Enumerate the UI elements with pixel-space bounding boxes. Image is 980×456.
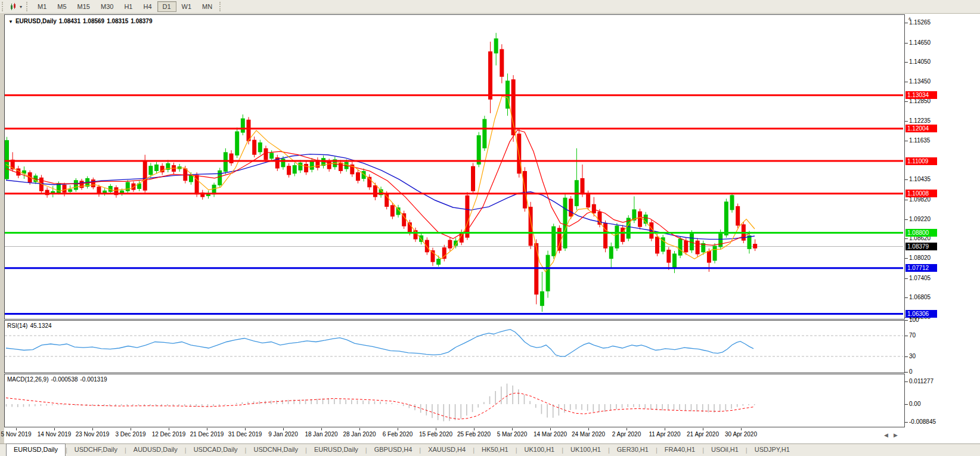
price-tick-label: 1.08020: [909, 255, 931, 261]
price-tick-label: 1.12235: [909, 117, 931, 124]
date-label: 25 Feb 2020: [457, 431, 491, 438]
date-tick: [398, 428, 398, 430]
axis-tick: [905, 297, 908, 298]
tab-ger30-h1[interactable]: GER30,H1: [610, 444, 656, 456]
price-low: 1.08315: [107, 18, 128, 24]
symbol-marker-icon[interactable]: ▼: [8, 19, 13, 24]
axis-tick: [905, 356, 908, 357]
price-tick-label: 1.09220: [909, 216, 931, 222]
date-tick: [131, 428, 131, 430]
date-label: 24 Mar 2020: [572, 431, 605, 438]
date-tick: [283, 428, 284, 430]
tab-fra40-h1[interactable]: FRA40,H1: [658, 444, 702, 456]
price-tick-label: 1.11635: [909, 137, 930, 144]
date-tick: [359, 428, 360, 430]
axis-tick: [905, 23, 908, 23]
date-axis[interactable]: 5 Nov 201914 Nov 201923 Nov 20193 Dec 20…: [4, 428, 904, 443]
axis-tick: [905, 372, 908, 373]
date-tick: [474, 428, 475, 430]
scroll-left-button[interactable]: ◀: [884, 432, 888, 438]
date-tick: [665, 428, 665, 430]
axis-tick: [905, 43, 908, 44]
axis-tick: [905, 238, 908, 239]
date-tick: [54, 428, 55, 430]
tab-usoil-h1[interactable]: USOil,H1: [704, 444, 746, 456]
tab-eurusd-daily[interactable]: EURUSD,Daily: [307, 444, 365, 456]
axis-tick: [905, 404, 908, 405]
tab-gbpusd-h4[interactable]: GBPUSD,H4: [367, 444, 420, 456]
timeframe-button-w1[interactable]: W1: [176, 1, 197, 12]
date-label: 5 Nov 2019: [1, 431, 31, 438]
chart-type-button[interactable]: ▾: [8, 1, 24, 12]
date-tick: [512, 428, 513, 430]
date-tick: [92, 428, 93, 430]
date-label: 6 Feb 2020: [383, 431, 413, 438]
symbol-tabs: EURUSD,Daily|USDCHF,Daily|AUDUSD,Daily|U…: [0, 443, 980, 456]
price-high: 1.08569: [83, 18, 104, 24]
timeframe-button-m15[interactable]: M15: [72, 1, 95, 12]
date-label: 3 Dec 2019: [115, 431, 145, 438]
tab-uk100-h1[interactable]: UK100,H1: [563, 444, 608, 456]
date-tick: [588, 428, 589, 430]
price-level-label: 1.13034: [905, 91, 937, 99]
date-label: 30 Apr 2020: [725, 431, 757, 438]
tab-usdchf-daily[interactable]: USDCHF,Daily: [67, 444, 125, 456]
scroll-up-marker-icon: ▲: [907, 15, 912, 21]
timeframe-button-h4[interactable]: H4: [138, 1, 157, 12]
price-level-label: 1.08800: [905, 229, 937, 237]
date-label: 28 Jan 2020: [343, 431, 376, 438]
price-level-label: 1.07712: [905, 264, 937, 272]
date-label: 31 Dec 2019: [228, 431, 262, 438]
price-tick-label: 1.13450: [909, 78, 931, 85]
chart-symbol: EURUSD,Daily: [15, 18, 57, 24]
window-left-edge: [0, 13, 4, 443]
timeframe-button-m5[interactable]: M5: [52, 1, 72, 12]
price-tick-label: 0.011277: [909, 378, 934, 384]
date-label: 14 Mar 2020: [534, 431, 567, 438]
rsi-label: RSI(14)45.1324: [7, 322, 54, 329]
axis-tick: [905, 179, 908, 180]
axis-tick: [905, 219, 908, 220]
tab-uk100-h1[interactable]: UK100,H1: [517, 444, 562, 456]
date-label: 12 Dec 2019: [152, 431, 186, 438]
tab-usdcad-daily[interactable]: USDCAD,Daily: [187, 444, 245, 456]
axis-tick: [905, 62, 908, 63]
price-axis[interactable]: 1.152651.146501.140501.134501.128501.122…: [905, 14, 980, 427]
date-tick: [245, 428, 246, 430]
price-tick-label: 30: [909, 353, 916, 359]
axis-tick: [905, 82, 908, 82]
tab-usdjpy-h1[interactable]: USDJPY,H1: [748, 444, 797, 456]
axis-tick: [905, 381, 908, 382]
price-tick-label: 0.00: [909, 401, 920, 407]
main-chart-panel[interactable]: ▼EURUSD,Daily1.084311.085691.083151.0837…: [4, 14, 905, 319]
axis-tick: [905, 141, 908, 141]
tab-xauusd-h4[interactable]: XAUUSD,H4: [421, 444, 473, 456]
tab-eurusd-daily[interactable]: EURUSD,Daily: [6, 443, 66, 456]
timeframe-button-mn[interactable]: MN: [197, 1, 218, 12]
timeframe-button-h1[interactable]: H1: [119, 1, 138, 12]
chart-title: ▼EURUSD,Daily1.084311.085691.083151.0837…: [8, 18, 154, 24]
timeframe-button-m1[interactable]: M1: [32, 1, 52, 12]
price-tick-label: 1.14050: [909, 58, 931, 65]
date-label: 2 Apr 2020: [612, 431, 641, 438]
candlestick-chart-icon: [10, 3, 18, 11]
mt4-window: ▾ M1M5M15M30H1H4D1W1MN ▼EURUSD,Daily1.08…: [0, 0, 980, 456]
timeframe-button-m30[interactable]: M30: [95, 1, 119, 12]
price-tick-label: 1.14650: [909, 39, 931, 46]
date-tick: [550, 428, 551, 430]
price-tick-label: 0: [909, 368, 913, 375]
price-tick-label: 1.10435: [909, 176, 931, 182]
tab-audusd-daily[interactable]: AUDUSD,Daily: [126, 444, 185, 456]
price-tick-label: 1.07405: [909, 275, 931, 281]
tab-hk50-h1[interactable]: HK50,H1: [475, 444, 516, 456]
date-tick: [16, 428, 17, 430]
macd-panel[interactable]: MACD(12,26,9)-0.000538-0.001319: [4, 374, 905, 427]
toolbar-grip: [2, 2, 6, 11]
timeframe-button-d1[interactable]: D1: [157, 1, 176, 12]
price-tick-label: 1.06805: [909, 294, 931, 300]
rsi-panel[interactable]: RSI(14)45.1324: [4, 320, 905, 373]
scroll-right-button[interactable]: ▶: [894, 432, 898, 438]
price-level-label: 1.12004: [905, 125, 937, 132]
price-tick-label: 100: [909, 317, 919, 323]
tab-usdcnh-daily[interactable]: USDCNH,Daily: [246, 444, 305, 456]
